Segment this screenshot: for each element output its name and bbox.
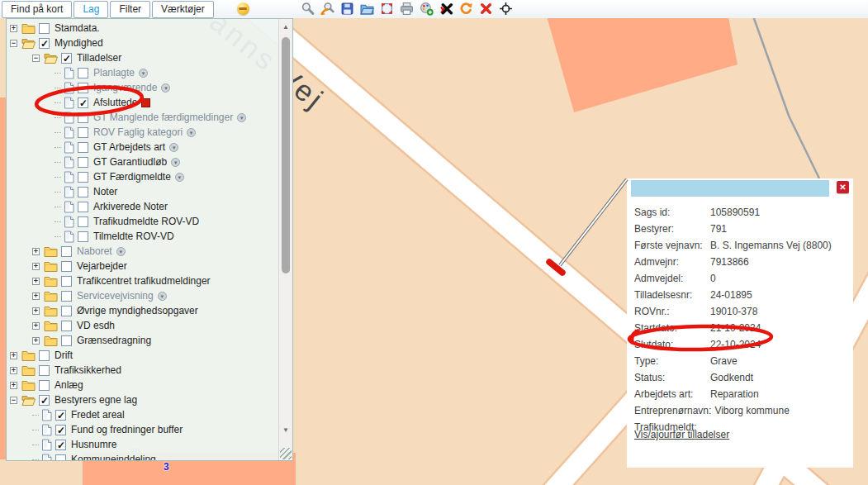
layer-options-icon[interactable]: ▾ (161, 83, 170, 93)
layer-checkbox[interactable] (55, 440, 66, 450)
layer-checkbox[interactable] (78, 83, 88, 93)
print-icon[interactable] (400, 2, 414, 16)
layer-checkbox[interactable] (78, 97, 88, 108)
layer-checkbox[interactable] (61, 261, 72, 272)
tree-connector (55, 236, 61, 237)
layer-options-icon[interactable]: ▾ (169, 143, 178, 152)
layer-checkbox[interactable] (61, 291, 72, 302)
legend-palette-icon[interactable] (420, 2, 434, 16)
layer-checkbox[interactable] (39, 23, 50, 34)
toolbar-tab[interactable]: Find på kort (2, 1, 72, 18)
layer-options-icon[interactable]: ▾ (187, 128, 196, 137)
layer-label: Grænsedragning (77, 335, 151, 346)
tree-connector (55, 221, 61, 222)
tree-item: Noter (7, 184, 278, 199)
layer-checkbox[interactable] (61, 53, 72, 64)
field-label: Slutdato: (634, 339, 710, 350)
tree-item: Igangværende▾ (7, 80, 278, 95)
open-folder-icon[interactable] (360, 2, 374, 16)
scrollbar-down-arrow[interactable]: ▼ (279, 424, 292, 437)
layer-checkbox[interactable] (78, 112, 88, 123)
layer-checkbox[interactable] (61, 246, 72, 257)
field-value: 21-10-2024 (710, 322, 761, 334)
layer-checkbox[interactable] (78, 157, 88, 168)
expand-toggle-icon[interactable]: + (10, 382, 17, 389)
clear-selection-icon[interactable] (479, 2, 493, 16)
layer-checkbox[interactable] (39, 38, 50, 49)
layer-checkbox[interactable] (39, 350, 50, 361)
collapse-toggle-icon[interactable]: − (10, 40, 17, 47)
layer-checkbox[interactable] (78, 216, 88, 227)
layer-checkbox[interactable] (39, 380, 50, 391)
field-label: Status: (634, 372, 710, 383)
expand-toggle-icon[interactable]: + (32, 292, 40, 300)
collapse-toggle-icon[interactable]: − (32, 55, 40, 62)
layer-checkbox[interactable] (61, 335, 72, 346)
layer-checkbox[interactable] (55, 410, 66, 421)
panel-resize-grip[interactable] (280, 448, 292, 459)
layer-checkbox[interactable] (78, 202, 88, 212)
toolbar-tab[interactable]: Filter (110, 1, 150, 18)
layer-label: Arkiverede Noter (93, 201, 168, 212)
tree-connector (55, 207, 61, 207)
layer-checkbox[interactable] (78, 187, 88, 197)
layer-label: GT Manglende færdigmeldinger (93, 112, 233, 123)
layer-checkbox[interactable] (39, 395, 50, 406)
layer-options-icon[interactable]: ▾ (175, 173, 184, 182)
layer-label: Drift (55, 349, 73, 361)
expand-toggle-icon[interactable]: + (32, 322, 40, 330)
layer-options-icon[interactable]: ▾ (237, 113, 246, 122)
zoom-icon[interactable] (301, 2, 315, 16)
expand-toggle-icon[interactable]: + (10, 352, 17, 359)
expand-toggle-icon[interactable]: + (32, 248, 40, 255)
layer-checkbox[interactable] (78, 127, 88, 138)
tree-item: +Grænsedragning (7, 333, 278, 348)
layer-options-icon[interactable]: ▾ (139, 69, 148, 78)
field-value: 24-01895 (710, 289, 752, 301)
scrollbar-up-arrow[interactable]: ▲ (279, 21, 292, 34)
toolbar-tab[interactable]: Lag (74, 1, 108, 18)
layer-checkbox[interactable] (39, 365, 50, 376)
layer-checkbox[interactable] (55, 425, 66, 435)
expand-toggle-icon[interactable]: + (32, 263, 40, 270)
layer-checkbox[interactable] (78, 172, 88, 183)
expand-toggle-icon[interactable]: + (32, 278, 40, 285)
layer-options-icon[interactable]: ▾ (116, 247, 126, 256)
refresh-icon[interactable] (459, 2, 473, 16)
layer-options-icon[interactable]: ▾ (158, 292, 167, 301)
print-preview-icon[interactable] (380, 2, 394, 16)
zoom-previous-icon[interactable] (320, 2, 334, 16)
page-icon (64, 171, 74, 183)
layer-checkbox[interactable] (78, 231, 88, 242)
expand-toggle-icon[interactable]: + (10, 367, 17, 374)
toolbar-tabs: Find på kortLagFilterVærktøjer (2, 1, 216, 18)
show-update-permissions-link[interactable]: Vis/ajourfør tilladelser (634, 429, 729, 440)
remove-all-icon[interactable] (439, 2, 453, 16)
folder-icon (44, 275, 58, 287)
folder-icon (44, 320, 58, 331)
scrollbar-thumb[interactable] (282, 37, 290, 273)
tree-item: +Trafikcentret trafikudmeldinger (7, 273, 278, 288)
toolbar-tab[interactable]: Værktøjer (152, 1, 214, 18)
layer-checkbox[interactable] (61, 276, 72, 287)
expand-toggle-icon[interactable]: + (32, 307, 40, 315)
collapse-toggle-icon[interactable]: − (10, 397, 17, 404)
layer-checkbox[interactable] (61, 306, 72, 316)
map-building (547, 17, 738, 112)
center-crosshair-icon[interactable] (499, 2, 513, 16)
save-icon[interactable] (340, 2, 354, 16)
expand-toggle-icon[interactable]: + (32, 337, 40, 345)
layer-checkbox[interactable] (55, 454, 66, 461)
close-icon[interactable]: ✕ (837, 181, 849, 193)
tree-item: +Drift (7, 348, 278, 363)
layer-checkbox[interactable] (78, 68, 88, 78)
popup-header-bar[interactable] (631, 180, 829, 197)
layer-checkbox[interactable] (78, 142, 88, 153)
folder-open-icon (44, 52, 58, 64)
layer-options-icon[interactable]: ▾ (171, 158, 180, 167)
layer-checkbox[interactable] (61, 321, 72, 331)
tree-item: +Servicevejvisning▾ (7, 288, 278, 303)
expand-toggle-icon[interactable]: + (10, 25, 17, 32)
panel-scrollbar[interactable]: ▲ ▼ (278, 19, 292, 460)
popup-field-row: Bestyrer:791 (634, 221, 848, 237)
